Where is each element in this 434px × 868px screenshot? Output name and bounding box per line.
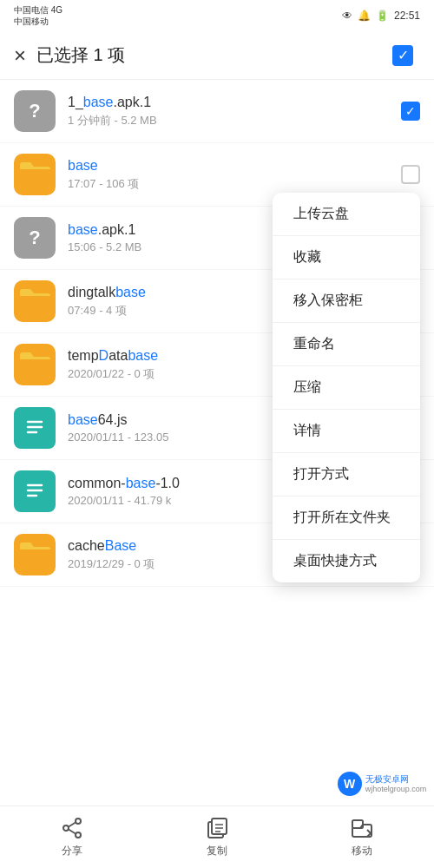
list-item[interactable]: ? 1_base.apk.1 1 分钟前 - 5.2 MB ✓ [0, 80, 434, 143]
svg-point-9 [76, 832, 81, 838]
file-icon-folder [14, 344, 56, 385]
context-menu: 上传云盘 收藏 移入保密柜 重命名 压缩 详情 打开方式 打开所在文件夹 桌面快… [273, 193, 420, 582]
move-label: 移动 [352, 844, 372, 858]
move-icon [350, 816, 374, 840]
watermark-text: 无极安卓网 [365, 773, 427, 785]
doc-svg [22, 476, 48, 507]
file-icon-doc [14, 470, 56, 512]
eye-icon: 👁 [342, 10, 352, 22]
watermark-subtext: wjhotelgroup.com [365, 785, 427, 795]
time-display: 22:51 [394, 10, 420, 22]
watermark-logo: W [338, 772, 362, 796]
file-meta: 17:07 - 106 项 [68, 176, 394, 192]
folder-svg [16, 536, 53, 573]
svg-point-8 [76, 819, 81, 824]
file-meta: 1 分钟前 - 5.2 MB [68, 113, 394, 128]
bottom-bar: 分享 复制 移动 W 无极安卓网 wjhotelgroup.com [0, 806, 434, 868]
folder-svg [16, 283, 53, 319]
copy-icon [205, 816, 229, 840]
menu-item-upload[interactable]: 上传云盘 [273, 193, 420, 236]
file-info: base 17:07 - 106 项 [68, 158, 394, 192]
share-icon [60, 816, 84, 840]
share-button[interactable]: 分享 [60, 816, 84, 858]
menu-item-details[interactable]: 详情 [273, 410, 420, 453]
header: × 已选择 1 项 ✓ [0, 31, 434, 80]
folder-svg [16, 346, 53, 383]
file-name: 1_base.apk.1 [68, 95, 394, 110]
file-icon-doc [14, 407, 56, 449]
menu-item-compress[interactable]: 压缩 [273, 366, 420, 410]
svg-point-10 [63, 825, 69, 831]
menu-item-open-folder[interactable]: 打开所在文件夹 [273, 496, 420, 540]
status-right: 👁 🔔 🔋 22:51 [342, 10, 420, 22]
file-list: ? 1_base.apk.1 1 分钟前 - 5.2 MB ✓ base 17:… [0, 80, 434, 806]
select-all-button[interactable]: ✓ [385, 38, 420, 73]
file-icon-folder [14, 534, 56, 575]
menu-item-open-with[interactable]: 打开方式 [273, 453, 420, 496]
svg-line-12 [69, 830, 76, 834]
file-name: base [68, 158, 394, 174]
carrier1: 中国电信 4G [14, 4, 62, 16]
checkmark-icon: ✓ [398, 47, 409, 63]
menu-item-shortcut[interactable]: 桌面快捷方式 [273, 540, 420, 582]
bell-icon: 🔔 [358, 10, 371, 22]
file-icon-apk: ? [14, 90, 56, 132]
share-label: 分享 [62, 844, 82, 858]
file-icon-apk: ? [14, 217, 56, 259]
battery-icon: 🔋 [376, 10, 389, 22]
file-checkbox[interactable]: ✓ [401, 102, 420, 121]
doc-svg [22, 412, 48, 444]
folder-svg [16, 156, 53, 193]
menu-item-rename[interactable]: 重命名 [273, 323, 420, 366]
carrier2: 中国移动 [14, 16, 62, 27]
file-icon-folder [14, 280, 56, 322]
select-all-checkbox[interactable]: ✓ [392, 45, 413, 66]
menu-item-favorite[interactable]: 收藏 [273, 236, 420, 279]
svg-line-11 [69, 823, 76, 827]
header-left: × 已选择 1 项 [14, 43, 125, 68]
carrier-info: 中国电信 4G 中国移动 [14, 4, 62, 27]
menu-item-vault[interactable]: 移入保密柜 [273, 279, 420, 323]
close-button[interactable]: × [14, 43, 26, 68]
file-checkbox[interactable] [401, 165, 420, 184]
copy-button[interactable]: 复制 [205, 816, 229, 858]
file-icon-folder [14, 154, 56, 195]
watermark: W 无极安卓网 wjhotelgroup.com [330, 762, 434, 806]
file-info: 1_base.apk.1 1 分钟前 - 5.2 MB [68, 95, 394, 128]
status-bar: 中国电信 4G 中国移动 👁 🔔 🔋 22:51 [0, 0, 434, 31]
header-title: 已选择 1 项 [36, 43, 125, 67]
copy-label: 复制 [207, 844, 227, 858]
move-button[interactable]: 移动 [350, 816, 374, 858]
